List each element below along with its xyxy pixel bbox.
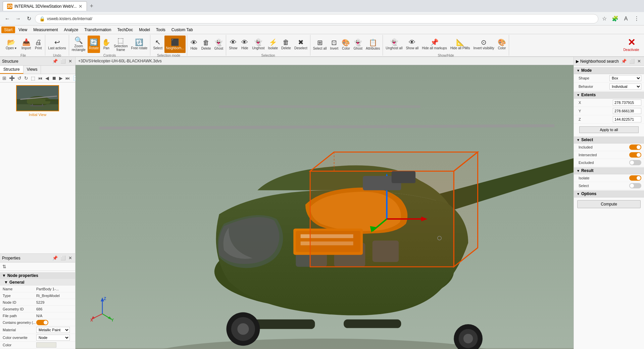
- show-all-button[interactable]: 👁 Show all: [404, 36, 420, 53]
- unghost-button[interactable]: 👻 Unghost: [251, 36, 266, 53]
- intersected-toggle[interactable]: [629, 152, 641, 158]
- neighborhood-button[interactable]: ⬛ Neighborh...: [164, 36, 185, 53]
- y-input[interactable]: [613, 108, 641, 114]
- select-all-button[interactable]: ⊞ Select all: [312, 36, 328, 53]
- import-button[interactable]: 📥 Import: [20, 36, 32, 53]
- ns-close-button[interactable]: ✕: [636, 58, 642, 64]
- menu-tools[interactable]: Tools: [153, 26, 168, 33]
- excluded-toggle[interactable]: [629, 160, 641, 165]
- address-bar[interactable]: 🔒 vsweb.kisters.de/internal/: [35, 14, 598, 23]
- isolate-button[interactable]: ⚡ Isolate: [267, 36, 279, 53]
- menu-button[interactable]: ⋮: [632, 14, 641, 23]
- deactivate-button[interactable]: ✕ Deactivate: [621, 36, 641, 53]
- color-button[interactable]: 🎨 Color: [340, 36, 351, 53]
- show-button[interactable]: 👁 Show: [228, 36, 239, 53]
- structure-close-button[interactable]: ✕: [67, 58, 73, 64]
- forward-button[interactable]: →: [13, 14, 23, 23]
- tab-views[interactable]: Views: [23, 66, 41, 74]
- general-section[interactable]: ▼ General: [0, 279, 75, 286]
- deselect-button[interactable]: ✖ Deselect: [293, 36, 309, 53]
- attributes-button[interactable]: 📋 Attributes: [364, 36, 381, 53]
- view-tb-frame[interactable]: ⬚: [30, 75, 36, 81]
- view-tb-play[interactable]: ▶: [58, 75, 64, 81]
- tab-structure[interactable]: Structure: [0, 66, 23, 74]
- hide-all-markups-button[interactable]: 📌 Hide all markups: [420, 36, 448, 53]
- menu-transformation[interactable]: Transformation: [82, 26, 114, 33]
- structure-pin-button[interactable]: 📌: [51, 58, 59, 64]
- ns-float-button[interactable]: ⬜: [628, 58, 636, 64]
- last-actions-button[interactable]: ↩ Last actions: [47, 36, 67, 53]
- ns-mode-header[interactable]: ▼ Mode: [574, 67, 644, 74]
- menu-custom-tab[interactable]: Custom Tab: [169, 26, 196, 33]
- view-tb-prev[interactable]: ◀: [44, 75, 50, 81]
- properties-pin-button[interactable]: 📌: [51, 255, 59, 261]
- zoom-rectangle-button[interactable]: 🔍 Zoomrectangle: [70, 36, 87, 53]
- color2-button[interactable]: 🎨 Color: [496, 36, 507, 53]
- ns-result-header[interactable]: ▼ Result: [574, 167, 644, 174]
- menu-techdoc[interactable]: TechDoc: [114, 26, 136, 33]
- isolate-toggle[interactable]: [629, 175, 641, 181]
- select-result-toggle[interactable]: [629, 183, 641, 188]
- delete2-button[interactable]: 🗑 Delete: [280, 36, 292, 53]
- delete-button[interactable]: 🗑 Delete: [200, 36, 212, 53]
- hide2-button[interactable]: 👁 Hide: [239, 36, 250, 53]
- account-button[interactable]: A: [621, 14, 631, 23]
- sort-icon[interactable]: ⇅: [1, 263, 7, 270]
- material-select[interactable]: Metallic Paint: [36, 327, 70, 333]
- selection-frame-button[interactable]: ⬚ Selectionframe: [112, 36, 129, 53]
- invert-visibility-button[interactable]: ⊙ Invert visibility: [472, 36, 496, 53]
- menu-start[interactable]: Start: [1, 26, 15, 33]
- compute-button[interactable]: Compute: [577, 200, 640, 208]
- initial-view-thumbnail[interactable]: [16, 85, 59, 111]
- z-input[interactable]: [613, 116, 641, 122]
- contains-geom-toggle[interactable]: [36, 320, 48, 325]
- select-button[interactable]: ↖ Select: [152, 36, 164, 53]
- menu-view[interactable]: View: [16, 26, 30, 33]
- menu-measurement[interactable]: Measurement: [31, 26, 60, 33]
- ghost-button[interactable]: 👻 Ghost: [213, 36, 225, 53]
- ns-pin-button[interactable]: 📌: [620, 58, 628, 64]
- view-tb-refresh2[interactable]: ↻: [23, 75, 29, 81]
- ghost2-button[interactable]: 👻 Ghost: [352, 36, 364, 53]
- bookmark-button[interactable]: ☆: [600, 14, 609, 23]
- color-swatch[interactable]: [36, 342, 56, 348]
- extensions-button[interactable]: 🧩: [610, 14, 620, 23]
- unghost-icon: 👻: [254, 39, 262, 46]
- free-rotate-button[interactable]: 🔃 Free rotate: [130, 36, 149, 53]
- print-button[interactable]: 🖨 Print: [33, 36, 44, 53]
- apply-to-all-button[interactable]: Apply to all: [579, 126, 639, 133]
- rotate-button[interactable]: 🔄 Rotate: [88, 36, 100, 53]
- new-tab-button[interactable]: +: [87, 3, 96, 10]
- view-tb-add[interactable]: ➕: [8, 75, 16, 81]
- reload-button[interactable]: ↻: [24, 14, 34, 23]
- open-button[interactable]: 📂 Open ▾: [3, 36, 19, 53]
- pan-button[interactable]: ✋ Pan: [101, 36, 112, 53]
- coloroverwrite-select[interactable]: Node: [36, 335, 70, 341]
- view-tb-refresh[interactable]: ↺: [16, 75, 22, 81]
- hide-button[interactable]: 👁 Hide: [189, 36, 199, 53]
- hide-all-pmis-button[interactable]: 📐 Hide all PMIs: [449, 36, 472, 53]
- shape-select[interactable]: Box Sphere Cylinder: [609, 75, 641, 81]
- included-toggle[interactable]: [629, 144, 641, 150]
- menu-model[interactable]: Model: [136, 26, 153, 33]
- structure-float-button[interactable]: ⬜: [59, 58, 67, 64]
- menu-analyze[interactable]: Analyze: [61, 26, 81, 33]
- back-button[interactable]: ←: [3, 14, 12, 23]
- view-tb-stop[interactable]: ⏹: [51, 75, 57, 81]
- node-properties-section[interactable]: ▼ Node properties: [0, 272, 75, 279]
- ns-extents-header[interactable]: ▼ Extents: [574, 92, 644, 99]
- properties-float-button[interactable]: ⬜: [59, 255, 67, 261]
- view-tb-first[interactable]: ⏮: [37, 75, 44, 81]
- toolbar-show-hide-group: 👻 Unghost all 👁 Show all 📌 Hide all mark…: [383, 35, 509, 56]
- invert-button[interactable]: ⊡ Invert: [329, 36, 340, 53]
- ns-select-header[interactable]: ▼ Select: [574, 136, 644, 143]
- properties-close-button[interactable]: ✕: [67, 255, 73, 261]
- behavior-select[interactable]: Individual Global: [609, 83, 641, 90]
- view-tb-grid[interactable]: ⊞: [1, 75, 7, 81]
- viewport[interactable]: +3DVS\Helicopter-UH-60L-BLACKHAWK.3dvs: [76, 57, 574, 349]
- view-tb-last[interactable]: ⏭: [64, 75, 71, 81]
- unghost-all-button[interactable]: 👻 Unghost all: [384, 36, 404, 53]
- tab-close-button[interactable]: ✕: [79, 4, 83, 9]
- ns-options-header[interactable]: ▼ Options: [574, 190, 644, 197]
- x-input[interactable]: [613, 100, 641, 106]
